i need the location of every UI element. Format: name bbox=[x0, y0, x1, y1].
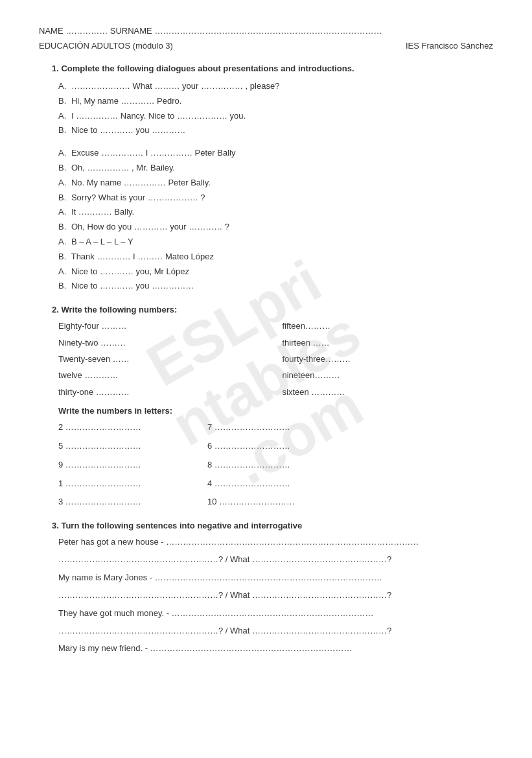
letters-item: 6 ……………………… bbox=[207, 440, 337, 453]
dialogue-line: B. Thank ………… I ……… Mateo López bbox=[58, 250, 493, 264]
number-item: thirty-one ………… bbox=[58, 385, 270, 399]
question-2: 2. Write the following numbers: Eighty-f… bbox=[39, 305, 493, 509]
name-label: NAME …………… SURNAME ………………………………………………………… bbox=[39, 26, 382, 36]
q1-title: 1. Complete the following dialogues abou… bbox=[52, 64, 493, 73]
letters-row: 9 ……………………… 8 ……………………… bbox=[58, 458, 493, 472]
number-item: Eighty-four ……… bbox=[58, 318, 270, 333]
school-line: EDUCACIÓN ADULTOS (módulo 3) IES Francis… bbox=[39, 41, 493, 51]
letters-item: 7 ……………………… bbox=[207, 421, 337, 434]
dialogue-line: A. No. My name …………… Peter Bally. bbox=[58, 176, 493, 190]
dialogue-line: B. Nice to ………… you ………… bbox=[58, 124, 493, 137]
letters-grid: 2 ……………………… 7 ……………………… 5 ……………………… 6 ……… bbox=[58, 421, 493, 509]
number-item: thirteen …… bbox=[283, 335, 494, 350]
write-letters-title: Write the numbers in letters: bbox=[58, 406, 493, 416]
letters-item: 9 ……………………… bbox=[58, 458, 188, 472]
letters-item: 2 ……………………… bbox=[58, 421, 188, 434]
dialogue-line: B. Nice to ………… you …………… bbox=[58, 279, 493, 293]
number-item: Twenty-seven …… bbox=[58, 351, 270, 366]
dialogue-line: A. ………………… What ……… your …………… , please? bbox=[58, 80, 493, 93]
q1-dialogue1: A. ………………… What ……… your …………… , please?… bbox=[39, 80, 493, 137]
dialogue-line: B. Hi, My name ………… Pedro. bbox=[58, 95, 493, 108]
dialogue-line: A. B – A – L – L – Y bbox=[58, 235, 493, 249]
letters-row: 2 ……………………… 7 ……………………… bbox=[58, 421, 493, 434]
letters-item: 1 ……………………… bbox=[58, 477, 188, 491]
dialogue-line: A. Nice to ………… you, Mr López bbox=[58, 265, 493, 279]
number-item: twelve ………… bbox=[58, 368, 270, 383]
numbers-grid: Eighty-four ……… fifteen……… Ninety-two ……… bbox=[58, 318, 493, 399]
letters-row: 5 ……………………… 6 ……………………… bbox=[58, 440, 493, 453]
dialogue-line: A. I …………… Nancy. Nice to ……………… you. bbox=[58, 110, 493, 123]
number-item: Ninety-two ……… bbox=[58, 335, 270, 350]
letters-item: 5 ……………………… bbox=[58, 440, 188, 453]
q3-sentence: My name is Mary Jones - …………………………………………… bbox=[58, 570, 493, 585]
q3-sentence: …………………………………………………? / What ………………………………… bbox=[58, 552, 493, 567]
q3-sentence: …………………………………………………? / What ………………………………… bbox=[58, 623, 493, 638]
dialogue-line: A. Excuse …………… I …………… Peter Bally bbox=[58, 147, 493, 160]
question-3: 3. Turn the following sentences into neg… bbox=[39, 521, 493, 656]
dialogue-line: B. Oh, How do you ………… your ………… ? bbox=[58, 220, 493, 234]
school-label: EDUCACIÓN ADULTOS (módulo 3) bbox=[39, 41, 173, 51]
question-1: 1. Complete the following dialogues abou… bbox=[39, 64, 493, 293]
dialogue-line: B. Oh, …………… , Mr. Bailey. bbox=[58, 161, 493, 175]
q1-dialogue2: A. Excuse …………… I …………… Peter Bally B. O… bbox=[39, 147, 493, 293]
number-item: fifteen……… bbox=[283, 318, 494, 333]
letters-item: 3 ……………………… bbox=[58, 495, 188, 509]
q3-sentence: …………………………………………………? / What ………………………………… bbox=[58, 587, 493, 602]
q3-sentence: Peter has got a new house - ………………………………… bbox=[58, 534, 493, 549]
dialogue-line: B. Sorry? What is your ……………… ? bbox=[58, 191, 493, 205]
number-item: sixteen ………… bbox=[283, 385, 494, 399]
number-item: nineteen……… bbox=[283, 368, 494, 383]
dialogue-line: A. It ………… Bally. bbox=[58, 206, 493, 219]
q2-title: 2. Write the following numbers: bbox=[52, 305, 493, 314]
letters-item: 10 ……………………… bbox=[207, 495, 337, 509]
letters-row: 1 ……………………… 4 ……………………… bbox=[58, 477, 493, 491]
header-name-line: NAME …………… SURNAME ………………………………………………………… bbox=[39, 26, 493, 36]
q3-content: Peter has got a new house - ………………………………… bbox=[58, 534, 493, 656]
school-name: IES Francisco Sánchez bbox=[406, 41, 493, 51]
letters-row: 3 ……………………… 10 ……………………… bbox=[58, 495, 493, 509]
number-item: fourty-three……… bbox=[283, 351, 494, 366]
letters-item: 8 ……………………… bbox=[207, 458, 337, 472]
q3-sentence: Mary is my new friend. - ………………………………………… bbox=[58, 641, 493, 656]
q3-title: 3. Turn the following sentences into neg… bbox=[52, 521, 493, 530]
letters-item: 4 ……………………… bbox=[207, 477, 337, 491]
q3-sentence: They have got much money. - ………………………………… bbox=[58, 606, 493, 621]
